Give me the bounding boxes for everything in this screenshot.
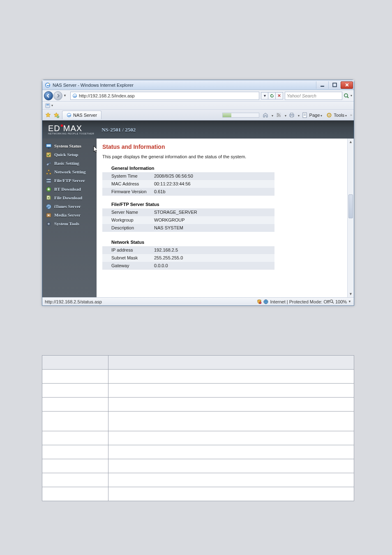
search-placeholder: Yahoo! Search [287, 93, 316, 98]
address-bar[interactable]: http://192.168.2.5/index.asp [70, 92, 259, 100]
sidebar-item-file-ftp[interactable]: File/FTP Server [42, 176, 97, 185]
cell-value: 2008/8/25 06:56:50 [152, 172, 274, 180]
back-button[interactable] [44, 91, 53, 100]
cell-label: IP address [102, 246, 152, 254]
svg-rect-13 [291, 113, 293, 114]
cell-value: 0.0.0.0 [152, 262, 274, 270]
page-content: EDMAX NETWORKING PEOPLE TOGETHER NS-2501… [42, 120, 354, 297]
sidebar-label: File Download [54, 195, 82, 201]
add-favorites-icon[interactable] [53, 112, 59, 118]
feeds-icon[interactable] [276, 112, 281, 118]
scroll-up-icon[interactable]: ▲ [348, 139, 354, 145]
cell-value: 255.255.255.0 [152, 254, 274, 262]
sidebar-item-media-server[interactable]: Media Server [42, 211, 97, 220]
status-bar: http://192.168.2.5/status.asp Internet |… [42, 297, 354, 305]
status-zone: Internet | Protected Mode: Off [270, 299, 330, 304]
wrench-icon [46, 160, 52, 166]
table-row: Subnet Mask255.255.255.0 [102, 254, 274, 262]
page-heading: Status and Information [102, 143, 348, 150]
progress-bar [222, 113, 259, 118]
nav-bar: ▼ http://192.168.2.5/index.asp ▾ Yahoo! … [42, 90, 354, 102]
cell-value: 00:11:22:33:44:56 [152, 180, 274, 188]
cell-label: Gateway [102, 262, 152, 270]
favorites-star-icon[interactable] [45, 112, 51, 118]
vertical-scrollbar[interactable]: ▲ ▼ [347, 139, 354, 297]
tools-menu-button[interactable]: Tools [334, 113, 347, 118]
sidebar-item-network-setting[interactable]: Network Setting [42, 168, 97, 176]
stop-button[interactable] [276, 92, 283, 99]
page-lead: This page displays the general informati… [102, 154, 348, 160]
svg-rect-14 [291, 116, 293, 117]
sidebar-menu: System Status Quick Setup Basic Setting … [42, 142, 97, 228]
table-row: Server NameSTORAGE_SERVER [102, 208, 274, 216]
print-dropdown[interactable] [297, 113, 300, 118]
table-row: MAC Address00:11:22:33:44:56 [102, 180, 274, 188]
section-general-title: General Information [102, 164, 348, 172]
ie-logo-icon [45, 82, 51, 88]
home-icon[interactable] [263, 112, 268, 118]
minimize-button[interactable] [316, 81, 328, 89]
zoom-value: 100% [335, 299, 347, 304]
svg-rect-19 [47, 145, 51, 147]
sidebar-label: System Status [54, 143, 81, 149]
th [108, 356, 354, 370]
svg-point-1 [48, 83, 49, 84]
svg-point-11 [277, 116, 277, 116]
browser-tab[interactable]: NAS Server [62, 111, 101, 119]
links-button[interactable]: ▾ [45, 102, 55, 109]
sidebar-item-quick-setup[interactable]: Quick Setup [42, 150, 97, 159]
svg-point-24 [48, 170, 49, 171]
table-row: DescriptionNAS SYSTEM [102, 224, 274, 232]
address-dropdown-icon[interactable]: ▾ [261, 92, 268, 99]
scroll-thumb[interactable] [348, 194, 353, 218]
svg-rect-7 [46, 104, 49, 105]
page-menu-button[interactable]: Page [309, 113, 323, 118]
cell-label: Workgroup [102, 216, 152, 224]
print-icon[interactable] [289, 112, 295, 118]
svg-rect-2 [321, 86, 324, 87]
table-row: Firmware Version0.61b [102, 188, 274, 196]
sidebar-item-system-tools[interactable]: System Tools [42, 220, 97, 228]
section-fileftp-title: File/FTP Server Status [102, 200, 348, 208]
table-network: IP address192.168.2.5 Subnet Mask255.255… [102, 246, 274, 270]
search-box[interactable]: Yahoo! Search [285, 92, 342, 100]
search-go-button[interactable] [343, 92, 350, 99]
cell-value: WORKGROUP [152, 216, 274, 224]
sidebar-item-system-status[interactable]: System Status [42, 142, 97, 150]
main-panel: Status and Information This page display… [97, 139, 354, 297]
refresh-button[interactable] [268, 92, 276, 99]
sidebar-item-bt-download[interactable]: BT Download [42, 185, 97, 194]
shield-icon [257, 299, 262, 304]
home-dropdown[interactable] [271, 113, 273, 118]
history-dropdown-icon[interactable]: ▼ [63, 94, 67, 97]
sidebar-item-itunes[interactable]: iTunes Server [42, 202, 97, 211]
sidebar: System Status Quick Setup Basic Setting … [42, 139, 97, 297]
feeds-dropdown[interactable] [284, 113, 286, 118]
cell-label: System Time [102, 172, 152, 180]
forward-button[interactable] [53, 91, 62, 100]
address-url: http://192.168.2.5/index.asp [79, 93, 135, 98]
logo-left: ED [48, 124, 60, 132]
zoom-icon [330, 299, 334, 304]
cmdbar-chevrons-icon[interactable]: » [350, 113, 352, 117]
maximize-button[interactable] [328, 81, 341, 89]
close-button[interactable] [341, 81, 353, 89]
zoom-control[interactable]: 100% ▼ [330, 299, 351, 304]
zoom-dropdown-icon[interactable]: ▼ [348, 300, 351, 303]
blank-table [42, 355, 354, 501]
tools-menu-icon [326, 112, 332, 118]
sidebar-item-file-download[interactable]: File Download [42, 194, 97, 202]
search-dropdown-icon[interactable]: ▾ [350, 94, 352, 97]
download-icon [46, 186, 52, 192]
edimax-logo: EDMAX NETWORKING PEOPLE TOGETHER [48, 124, 94, 135]
tab-bar: NAS Server Page Tools » [42, 110, 354, 120]
svg-rect-6 [46, 104, 50, 108]
sidebar-item-basic-setting[interactable]: Basic Setting [42, 159, 97, 168]
logo-dot-icon [61, 125, 63, 127]
section-network-title: Network Status [102, 238, 348, 246]
window-title: NAS Server - Windows Internet Explorer [53, 83, 134, 88]
status-url: http://192.168.2.5/status.asp [45, 299, 102, 304]
ie-tab-icon [67, 113, 71, 118]
scroll-down-icon[interactable]: ▼ [348, 291, 354, 297]
table-row: Gateway0.0.0.0 [102, 262, 274, 270]
